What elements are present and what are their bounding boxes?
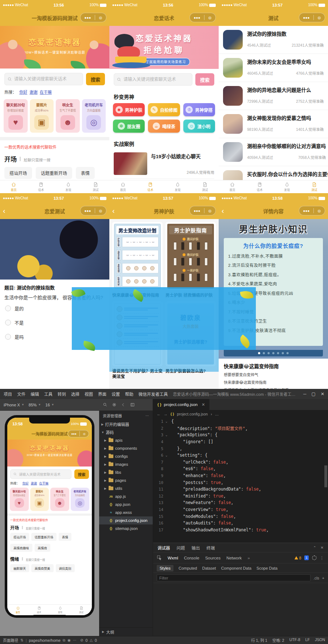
feature-card[interactable]: 老司机开车方向盘握稳◎ <box>71 488 90 511</box>
pagination-dot[interactable] <box>263 352 265 354</box>
project-root-folder[interactable]: ▼ 源码 <box>99 428 153 436</box>
tag-pill[interactable]: 话题重新开场 <box>36 167 72 179</box>
feed-card[interactable]: 男士变帅改造计划 护肤步骤▭ → ▭ → ▭ → ▭ → ▭造型步骤▭ → ▭ … <box>112 222 163 290</box>
menu-item-界面[interactable]: 界面 <box>98 391 106 397</box>
pagination-dot[interactable] <box>272 352 274 354</box>
hot-search-link[interactable]: 你好 <box>19 90 27 94</box>
panel-tab-component-data[interactable]: Component Data <box>221 566 251 570</box>
tab-bar-item-home[interactable]: 首页 <box>0 180 27 193</box>
menu-item-帮助[interactable]: 帮助 <box>125 391 133 397</box>
tab-bar-item-home[interactable]: 首页 <box>219 180 246 193</box>
debugger-tab-调试器[interactable]: 调试器 <box>157 545 170 551</box>
pagination-dot[interactable] <box>286 352 289 354</box>
capsule-target-icon[interactable]: ◎ <box>318 209 321 213</box>
category-button-3[interactable]: ♔男神穿搭 <box>183 103 215 116</box>
hot-search-link[interactable]: 你好 <box>23 481 29 485</box>
test-list-item[interactable]: 测你的异地恋最大问题是什么72996人测试过2752人觉得准确 <box>219 82 328 110</box>
debugger-tab-问题[interactable]: 问题 <box>177 545 185 551</box>
wechat-capsule[interactable]: ●●●◎ <box>80 13 106 22</box>
menu-item-工具[interactable]: 工具 <box>44 391 52 397</box>
filter-input[interactable] <box>157 574 311 581</box>
tab-bar-item-huashu[interactable]: 话术 <box>28 605 50 615</box>
close-tab-icon[interactable]: ✕ <box>202 402 205 407</box>
devtools-tab-sources[interactable]: Sources <box>205 556 220 560</box>
wechat-capsule[interactable]: ●●●◎ <box>299 206 325 215</box>
pagination-dots[interactable] <box>224 350 323 356</box>
tree-item-configs[interactable]: ▶configs <box>99 452 153 460</box>
statusbar-item[interactable]: LF <box>305 637 310 643</box>
more-icon[interactable]: ⋯ <box>145 414 149 418</box>
feature-card[interactable]: 老司机开车方向盘握稳◎ <box>82 99 106 133</box>
tree-item-app.json[interactable]: {}app.json <box>99 500 153 508</box>
fontsize-selector[interactable]: 16 <box>46 403 50 407</box>
wechat-capsule[interactable]: ●●●◎ <box>190 13 216 22</box>
debugger-tab-输出[interactable]: 输出 <box>192 545 200 551</box>
panel-layout-icon[interactable] <box>130 402 135 407</box>
search-icon[interactable] <box>103 402 108 407</box>
debugger-tab-终端[interactable]: 终端 <box>207 545 215 551</box>
capsule-target-icon[interactable]: ◎ <box>99 16 102 20</box>
panel-tab-scope-data[interactable]: Scope Data <box>257 566 277 570</box>
capsule-target-icon[interactable]: ◎ <box>83 432 86 436</box>
statusbar-item[interactable]: UTF-8 <box>289 637 300 643</box>
tag-pill[interactable]: 搭讪开场 <box>4 167 32 179</box>
outline-section[interactable]: ▶ 大纲 <box>99 627 153 636</box>
search-button[interactable]: 搜索 <box>74 469 89 479</box>
more-dots-icon[interactable]: ●●● <box>71 432 77 436</box>
tag-pill[interactable]: 搭讪开场 <box>10 533 29 541</box>
devtools-tab-wxml[interactable]: Wxml <box>168 556 178 560</box>
breadcrumb-more[interactable]: … <box>215 412 219 416</box>
more-dots-icon[interactable]: ●●● <box>303 209 310 213</box>
tab-bar-item-home[interactable]: 首页 <box>7 605 28 615</box>
home-banner[interactable]: 恋爱密语神器 30W+撩妹话术一键复制解决尬聊话题 <box>0 26 109 69</box>
tag-pill[interactable]: 调侃类别 <box>56 564 75 572</box>
pagination-dot[interactable] <box>258 352 260 354</box>
more-dots-icon[interactable]: ●●● <box>85 209 91 213</box>
tree-item-images[interactable]: ▶images <box>99 460 153 468</box>
warning-badge[interactable]: 8 <box>294 556 301 560</box>
tab-bar-item-discover[interactable]: 发现 <box>273 180 301 193</box>
menu-item-编辑[interactable]: 编辑 <box>31 391 39 397</box>
more-icon[interactable]: ⋯ <box>73 638 77 642</box>
tab-bar-item-discover[interactable]: 发现 <box>55 180 82 193</box>
close-button[interactable]: ✕ <box>321 391 324 397</box>
capsule-target-icon[interactable]: ◎ <box>208 209 212 213</box>
menu-item-微信开发者工具[interactable]: 微信开发者工具 <box>138 391 168 397</box>
more-dots-icon[interactable]: ●●● <box>194 209 200 213</box>
test-list-item[interactable]: 测相亲中你能够顺利的让对方满意吗40594人测试过7058人觉得准确 <box>219 138 328 166</box>
tree-item-utils[interactable]: ▶utils <box>99 484 153 492</box>
menu-item-选择[interactable]: 选择 <box>71 391 79 397</box>
wechat-capsule[interactable]: ●●●◎ <box>299 13 325 22</box>
feature-card[interactable]: 要照片成功率90%▣ <box>30 488 49 511</box>
tree-item-app.js[interactable]: JSapp.js <box>99 492 153 500</box>
tab-bar-item-home[interactable]: 首页 <box>109 180 137 193</box>
search-button[interactable]: 搜索 <box>195 73 214 86</box>
capsule-target-icon[interactable]: ◎ <box>99 209 102 213</box>
radio-icon[interactable] <box>5 305 11 311</box>
back-icon[interactable]: ‹ <box>222 207 224 215</box>
category-button-2[interactable]: ✎自拍修图 <box>148 103 180 116</box>
search-input[interactable] <box>19 472 68 476</box>
tab-bar-item-test[interactable]: 测试 <box>71 605 92 615</box>
feature-card[interactable]: 要照片成功率90%▣ <box>30 99 54 133</box>
page-path-value[interactable]: pages/home/home <box>29 638 60 643</box>
collapse-icon[interactable]: ⌃ <box>313 546 316 550</box>
tab-bar-item-discover[interactable]: 发现 <box>50 605 71 615</box>
tree-item-apis[interactable]: ▶apis <box>99 436 153 444</box>
gear-icon[interactable] <box>312 555 317 560</box>
wechat-capsule[interactable]: ●●●◎ <box>68 430 89 437</box>
tab-bar-item-test[interactable]: 测试 <box>301 180 328 193</box>
feed-card[interactable]: 男士护肤指南 晨间护肤晚间护肤一周护肤 <box>165 222 216 290</box>
statusbar-item[interactable]: 空格: 2 <box>272 637 284 643</box>
tab-bar-item-huashu[interactable]: 话术 <box>27 180 55 193</box>
tab-bar-item-test[interactable]: 测试 <box>191 180 219 193</box>
code-editor[interactable]: 1⌄{2"description": "项目配置文件",3⌄"packOptio… <box>153 418 328 543</box>
back-icon[interactable] <box>121 402 126 407</box>
zoom-selector[interactable]: 85% <box>29 403 37 407</box>
back-icon[interactable]: ‹ <box>112 207 115 215</box>
menu-item-设置[interactable]: 设置 <box>112 391 120 397</box>
tag-pill[interactable]: 幽默聊天 <box>10 564 29 572</box>
panel-tab-computed[interactable]: Computed <box>179 566 197 570</box>
tab-bar-item-huashu[interactable]: 话术 <box>246 180 273 193</box>
close-icon[interactable]: ✕ <box>321 546 324 550</box>
